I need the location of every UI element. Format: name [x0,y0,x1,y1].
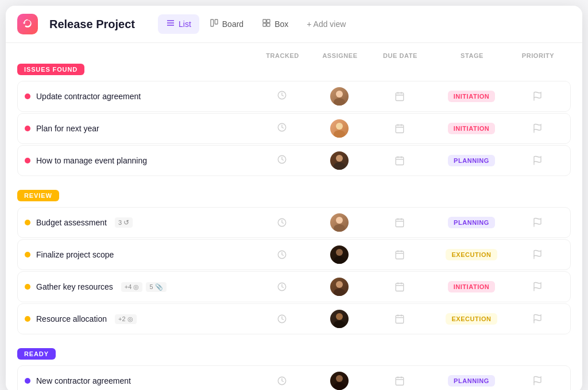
task-label: New contractor agreement [36,376,131,385]
col-stage: STAGE [432,52,512,59]
avatar [330,245,349,264]
table-row: Finalize project scope EXECUTION [17,239,571,270]
table-row: New contractor agreement PLANNING [17,365,571,390]
svg-rect-28 [396,157,404,165]
svg-point-43 [334,256,345,264]
stage-cell: INITIATION [431,91,512,102]
task-label: Plan for next year [36,124,99,133]
duedate-cell[interactable] [368,376,431,386]
tab-board[interactable]: Board [202,14,252,34]
timer-icon[interactable] [277,122,287,135]
svg-rect-68 [396,377,404,385]
avatar [330,151,349,170]
task-dot [25,284,30,290]
svg-rect-60 [396,315,404,323]
task-dot [25,126,30,131]
stage-badge: EXECUTION [446,249,497,260]
timer-icon[interactable] [277,154,287,167]
svg-rect-7 [263,24,266,26]
assignee-cell [311,310,368,328]
svg-rect-8 [267,24,270,26]
duedate-cell[interactable] [368,123,431,134]
meta-plus2: +2 ◎ [115,314,137,324]
priority-cell[interactable] [512,91,563,102]
box-icon [262,18,271,30]
tab-box-label: Box [274,20,288,29]
stage-badge: EXECUTION [446,313,497,325]
priority-cell[interactable] [512,314,563,324]
section-issues: ISSUES FOUND Update contractor agreement [17,64,571,176]
tracked-cell [253,217,311,228]
stage-cell: INITIATION [431,281,512,292]
duedate-cell[interactable] [368,217,431,228]
assignee-cell [311,119,368,138]
timer-icon[interactable] [277,90,287,103]
list-icon [166,18,175,30]
column-headers: TRACKED ASSIGNEE DUE DATE STAGE PRIORITY [17,52,571,64]
task-label: Gather key resources [36,282,113,291]
svg-rect-6 [267,20,270,22]
duedate-cell[interactable] [368,314,431,324]
col-assignee: ASSIGNEE [311,52,369,59]
svg-rect-4 [215,20,218,24]
assignee-cell [311,87,368,106]
meta-attach5: 5 📎 [146,282,166,292]
board-icon [210,18,219,30]
stage-badge: INITIATION [448,91,496,102]
task-dot [25,378,30,384]
svg-rect-36 [396,219,404,227]
svg-point-18 [336,123,343,130]
priority-cell[interactable] [512,249,563,260]
avatar [330,213,349,232]
svg-point-66 [336,375,343,382]
task-name: New contractor agreement [25,376,253,385]
section-label-review: REVIEW [17,190,59,201]
tab-list[interactable]: List [158,14,199,34]
priority-cell[interactable] [512,155,563,166]
col-duedate: DUE DATE [369,52,432,59]
tracked-cell [253,282,311,292]
task-label: How to manage event planning [36,156,147,165]
app-container: Release Project List Board [6,6,582,390]
avatar [330,310,349,328]
task-dot [25,252,30,258]
tracked-cell [253,376,311,386]
task-label: Finalize project scope [36,250,114,259]
svg-point-42 [336,249,343,256]
task-dot [25,158,30,163]
task-label: Resource allocation [36,314,107,323]
priority-cell[interactable] [512,123,563,134]
tab-box[interactable]: Box [254,14,296,34]
priority-cell[interactable] [512,282,563,292]
duedate-cell[interactable] [368,249,431,260]
task-dot [25,316,30,322]
task-name: Finalize project scope [25,250,253,259]
duedate-cell[interactable] [368,155,431,166]
project-title: Release Project [49,18,135,31]
task-name: Update contractor agreement [25,92,253,101]
task-name: Resource allocation +2 ◎ [25,314,253,324]
task-name: How to manage event planning [25,156,253,165]
stage-cell: EXECUTION [431,249,512,260]
tracked-cell [253,154,311,167]
priority-cell[interactable] [512,217,563,228]
meta-count: 3 ↺ [115,217,133,228]
priority-cell[interactable] [512,376,563,386]
assignee-cell [311,372,368,390]
project-icon [17,14,38,34]
task-dot [25,93,30,99]
duedate-cell[interactable] [368,282,431,292]
table-area: TRACKED ASSIGNEE DUE DATE STAGE PRIORITY… [6,43,582,390]
tracked-cell [253,90,311,103]
add-view-label: + Add view [307,20,346,29]
duedate-cell[interactable] [368,91,431,102]
svg-rect-12 [396,93,404,101]
svg-rect-20 [396,125,404,133]
header: Release Project List Board [6,6,582,43]
table-row: How to manage event planning PLANNING [17,145,571,176]
tracked-cell [253,122,311,135]
task-name: Gather key resources +4 ◎ 5 📎 [25,282,253,292]
tracked-cell [253,314,311,324]
svg-rect-5 [263,20,266,22]
add-view-button[interactable]: + Add view [299,15,354,33]
